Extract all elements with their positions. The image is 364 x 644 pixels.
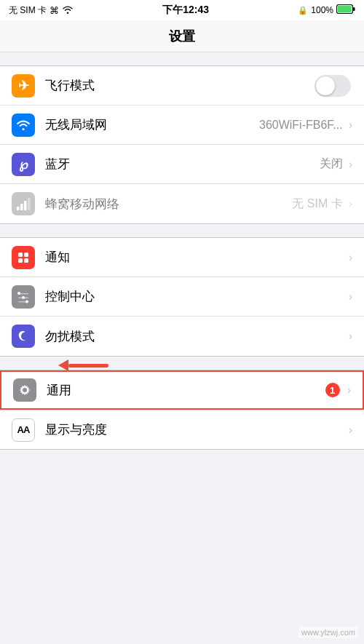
control-center-label: 控制中心 [45,288,347,305]
settings-group-controls: 通知 › 控制中心 › 勿扰模式 › [0,237,364,357]
lock-icon: 🔒 [298,6,308,15]
svg-rect-1 [338,6,352,12]
wifi-icon [62,5,74,16]
nav-bar: 设置 [0,20,364,52]
svg-rect-13 [18,293,28,295]
status-time: 下午12:43 [162,4,209,17]
bluetooth-icon: ℘ [12,153,35,176]
status-bar: 无 SIM 卡 ⌘ 下午12:43 🔒 100% [0,0,364,20]
svg-rect-10 [18,258,23,263]
wifi-chevron: › [349,119,352,132]
settings-item-cellular[interactable]: 蜂窝移动网络 无 SIM 卡 › [0,184,364,223]
display-chevron: › [349,424,352,437]
section-gap-3 [0,357,364,370]
watermark: www.ylzwj.com [298,627,358,638]
arrow-head [58,359,68,371]
dnd-chevron: › [349,330,352,343]
general-label: 通用 [47,382,325,399]
arrow-annotation [58,359,108,371]
settings-item-airplane[interactable]: ✈ 飞行模式 [0,66,364,106]
cellular-chevron: › [349,197,352,210]
wifi-setting-icon [12,114,35,137]
svg-rect-2 [353,7,355,11]
page-title: 设置 [169,28,195,45]
settings-group-system: 通用 1 › AA 显示与亮度 › [0,370,364,450]
dnd-icon [12,325,35,348]
bluetooth-value: 关闭 [320,156,343,172]
airplane-label: 飞行模式 [45,77,314,94]
general-badge: 1 [325,383,340,397]
arrow-shaft [68,364,108,367]
section-gap-2 [0,224,364,237]
settings-item-dnd[interactable]: 勿扰模式 › [0,317,364,356]
general-chevron: › [347,383,351,397]
settings-item-display[interactable]: AA 显示与亮度 › [0,410,364,449]
battery-percent: 100% [311,5,333,15]
svg-rect-9 [24,253,28,257]
settings-item-general[interactable]: 通用 1 › [0,370,364,410]
settings-item-control-center[interactable]: 控制中心 › [0,277,364,317]
notifications-icon [12,246,35,269]
svg-rect-8 [18,253,23,257]
svg-rect-6 [28,198,31,210]
control-center-icon [12,285,35,309]
svg-rect-17 [18,301,28,303]
settings-group-network: ✈ 飞行模式 无线局域网 360WiFi-FB6F... › ℘ 蓝牙 关闭 › [0,65,364,224]
dnd-label: 勿扰模式 [45,328,347,345]
display-icon: AA [12,418,35,442]
battery-icon [336,4,355,16]
svg-rect-15 [18,297,28,298]
settings-item-notifications[interactable]: 通知 › [0,238,364,277]
cellular-value: 无 SIM 卡 [292,196,342,212]
settings-item-wifi[interactable]: 无线局域网 360WiFi-FB6F... › [0,106,364,145]
settings-item-bluetooth[interactable]: ℘ 蓝牙 关闭 › [0,145,364,184]
display-label: 显示与亮度 [45,421,347,438]
airplane-icon: ✈ [12,74,35,98]
section-gap-1 [0,52,364,65]
wifi-status-icon: ⌘ [50,5,59,16]
status-left: 无 SIM 卡 ⌘ [9,4,74,17]
cellular-label: 蜂窝移动网络 [45,196,292,212]
svg-rect-5 [24,201,27,210]
notifications-chevron: › [349,251,352,264]
svg-rect-4 [20,204,23,210]
sim-status: 无 SIM 卡 [9,4,47,17]
status-right: 🔒 100% [298,4,355,16]
svg-rect-3 [17,207,20,210]
cellular-icon [12,192,35,215]
airplane-toggle[interactable] [314,75,351,97]
svg-rect-11 [24,258,28,263]
general-icon [13,378,36,402]
toggle-knob [316,76,335,95]
wifi-value: 360WiFi-FB6F... [259,119,343,132]
svg-point-19 [23,388,27,392]
notifications-label: 通知 [45,249,347,266]
wifi-label: 无线局域网 [45,116,259,133]
control-center-chevron: › [349,290,352,303]
bluetooth-label: 蓝牙 [45,156,320,172]
bluetooth-chevron: › [349,158,352,171]
